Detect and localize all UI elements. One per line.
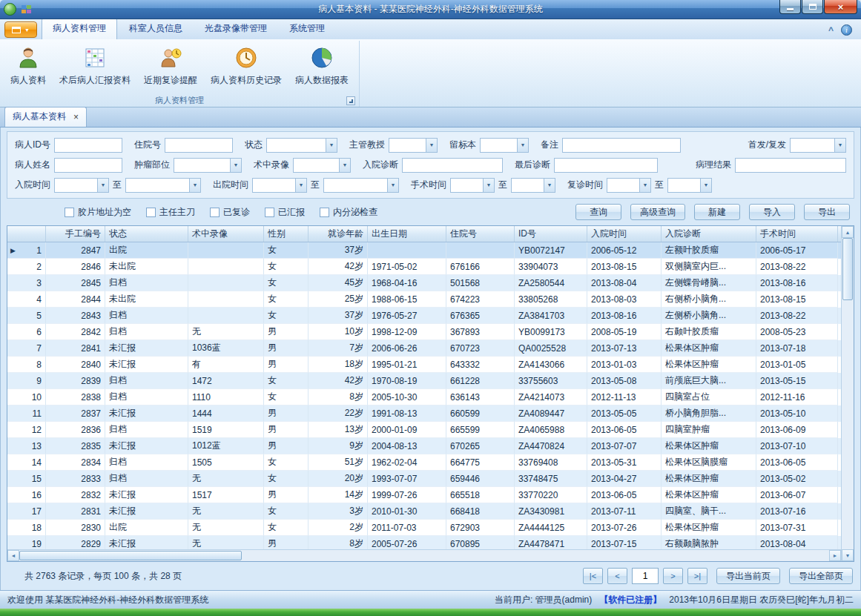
ribbon-item-postop-report[interactable]: 术后病人汇报资料: [53, 43, 136, 94]
revisit-date-to[interactable]: [667, 178, 712, 193]
column-header[interactable]: 性别: [264, 226, 309, 242]
next-page-button[interactable]: >: [663, 568, 683, 584]
chevron-down-icon[interactable]: [639, 179, 650, 192]
video-select[interactable]: [293, 158, 351, 173]
horizontal-scroll-thumb[interactable]: [19, 551, 242, 560]
admission-diagnosis-input[interactable]: [402, 158, 503, 173]
surgery-date-from[interactable]: [450, 178, 495, 193]
close-button[interactable]: ×: [824, 0, 857, 14]
column-header[interactable]: 状态: [105, 226, 188, 242]
prev-page-button[interactable]: <: [607, 568, 627, 584]
table-row[interactable]: 192829未汇报无男8岁2005-07-26670895ZA447847120…: [7, 536, 841, 549]
chevron-down-icon[interactable]: [544, 179, 555, 192]
ribbon-tab-patient-management[interactable]: 病人资料管理: [42, 18, 117, 39]
column-header[interactable]: 手术时间: [756, 226, 838, 242]
tab-close-icon[interactable]: ×: [73, 113, 79, 122]
admission-date-from[interactable]: [54, 178, 109, 193]
table-row[interactable]: 162832未汇报1517男14岁1999-07-266655183377022…: [7, 487, 841, 503]
table-row[interactable]: 142834归档1505女51岁1962-02-0466477533769408…: [7, 454, 841, 471]
discharge-date-to[interactable]: [323, 178, 399, 193]
chevron-down-icon[interactable]: [230, 159, 241, 172]
ribbon-tab-staff-info[interactable]: 科室人员信息: [119, 19, 193, 39]
surgery-date-to[interactable]: [511, 178, 555, 193]
scroll-down-icon[interactable]: ▼: [842, 549, 854, 561]
tumor-site-select[interactable]: [174, 158, 242, 173]
ribbon-item-patient-data[interactable]: 病人资料: [4, 43, 52, 94]
professor-select[interactable]: [389, 138, 438, 153]
collapse-ribbon-icon[interactable]: ^: [828, 25, 834, 36]
new-button[interactable]: 新建: [694, 204, 740, 220]
patient-id-input[interactable]: [54, 138, 122, 153]
column-header[interactable]: 术中录像: [188, 226, 264, 242]
table-row[interactable]: 152833归档无女20岁1993-07-0765944633748475201…: [7, 471, 841, 487]
table-row[interactable]: 52843归档女37岁1976-05-27676365ZA38417032013…: [7, 308, 841, 324]
chevron-down-icon[interactable]: [189, 179, 200, 192]
first-recur-select[interactable]: [790, 138, 846, 153]
table-row[interactable]: 32845归档女45岁1968-04-16501568ZA25805442013…: [7, 275, 841, 291]
admission-date-to[interactable]: [125, 178, 201, 193]
first-page-button[interactable]: |<: [583, 568, 603, 584]
scroll-up-icon[interactable]: ▲: [842, 226, 854, 238]
checkbox-film-address-empty[interactable]: 胶片地址为空: [65, 206, 131, 219]
tab-patient-basic-data[interactable]: 病人基本资料 ×: [4, 107, 87, 127]
checkbox-icon[interactable]: [210, 208, 220, 217]
maximize-button[interactable]: [802, 0, 823, 14]
column-header[interactable]: [7, 226, 46, 242]
table-row[interactable]: 92839归档1472女42岁1970-08-19661228337556032…: [7, 373, 841, 389]
table-row[interactable]: 182830出院无女2岁2011-07-03672903ZA4444125201…: [7, 520, 841, 536]
horizontal-scrollbar[interactable]: ◄ ►: [7, 549, 841, 561]
column-header[interactable]: 住院号: [446, 226, 515, 242]
scroll-left-icon[interactable]: ◄: [7, 550, 19, 561]
revisit-date-from[interactable]: [607, 178, 651, 193]
chevron-down-icon[interactable]: [517, 139, 528, 152]
app-menu-button[interactable]: ▼: [4, 21, 37, 38]
vertical-scrollbar[interactable]: ▲ ▼: [841, 226, 854, 561]
table-row[interactable]: 82840未汇报有男18岁1995-01-21643332ZA414306620…: [7, 357, 841, 373]
chevron-down-icon[interactable]: [834, 139, 845, 152]
checkbox-revisited[interactable]: 已复诊: [210, 206, 250, 219]
remark-input[interactable]: [562, 138, 681, 153]
ribbon-item-revisit-reminder[interactable]: 近期复诊提醒: [138, 43, 203, 94]
chevron-down-icon[interactable]: [97, 179, 108, 192]
vertical-scroll-thumb[interactable]: [842, 238, 853, 300]
specimen-select[interactable]: [480, 138, 529, 153]
minimize-button[interactable]: [779, 0, 801, 14]
admission-no-input[interactable]: [165, 138, 233, 153]
chevron-down-icon[interactable]: [483, 179, 494, 192]
ribbon-tab-media-management[interactable]: 光盘录像带管理: [194, 19, 277, 39]
chevron-down-icon[interactable]: [339, 159, 350, 172]
scroll-right-icon[interactable]: ►: [829, 550, 841, 561]
ribbon-item-history[interactable]: 病人资料历史记录: [205, 43, 288, 94]
checkbox-icon[interactable]: [265, 208, 274, 217]
table-row[interactable]: 72841未汇报1036蓝男7岁2006-06-26670723QA002552…: [7, 340, 841, 357]
export-button[interactable]: 导出: [804, 204, 850, 220]
column-header[interactable]: 就诊年龄: [309, 226, 368, 242]
export-current-page-button[interactable]: 导出当前页: [716, 568, 780, 584]
checkbox-icon[interactable]: [146, 208, 156, 217]
patient-name-input[interactable]: [54, 158, 122, 173]
info-icon[interactable]: i: [841, 24, 852, 36]
checkbox-chief-surgeon[interactable]: 主任主刀: [146, 206, 195, 219]
table-row[interactable]: 122836归档1519男13岁2000-01-09665599ZA406598…: [7, 422, 841, 438]
page-number-input[interactable]: [632, 568, 659, 584]
registered-badge[interactable]: 【软件已注册】: [599, 594, 662, 606]
checkbox-icon[interactable]: [320, 208, 329, 217]
table-row[interactable]: 112837未汇报1444男22岁1991-08-13660599ZA40894…: [7, 405, 841, 422]
chevron-down-icon[interactable]: [426, 139, 437, 152]
ribbon-tab-system-management[interactable]: 系统管理: [279, 19, 335, 39]
query-button[interactable]: 查询: [575, 204, 621, 220]
table-row[interactable]: 172831未汇报无女3岁2010-01-30668418ZA343098120…: [7, 503, 841, 520]
advanced-query-button[interactable]: 高级查询: [630, 204, 685, 220]
ribbon-item-data-report[interactable]: 病人数据报表: [289, 43, 354, 94]
chevron-down-icon[interactable]: [700, 179, 711, 192]
last-page-button[interactable]: >|: [687, 568, 707, 584]
column-header[interactable]: 入院诊断: [662, 226, 756, 242]
table-row[interactable]: ▶12847出院女37岁YB00721472006-05-12左额叶胶质瘤200…: [7, 242, 841, 259]
status-select[interactable]: [266, 138, 337, 153]
import-button[interactable]: 导入: [749, 204, 795, 220]
chevron-down-icon[interactable]: [326, 139, 337, 152]
export-all-pages-button[interactable]: 导出全部页: [789, 568, 853, 584]
checkbox-endocrine-exam[interactable]: 内分泌检查: [320, 206, 377, 219]
group-dialog-launcher-icon[interactable]: [346, 96, 355, 105]
column-header[interactable]: 入院时间: [587, 226, 662, 242]
